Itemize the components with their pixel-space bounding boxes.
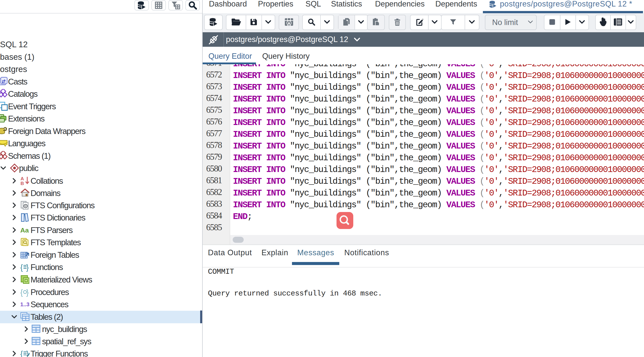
svg-text:{: { xyxy=(20,288,23,297)
svg-text:{: { xyxy=(20,350,23,357)
svg-text:{: { xyxy=(20,263,23,272)
svg-text:}: } xyxy=(26,263,29,272)
svg-text:1..3: 1..3 xyxy=(20,301,30,308)
svg-text:B: B xyxy=(21,181,24,186)
svg-text:Aa: Aa xyxy=(20,226,29,234)
